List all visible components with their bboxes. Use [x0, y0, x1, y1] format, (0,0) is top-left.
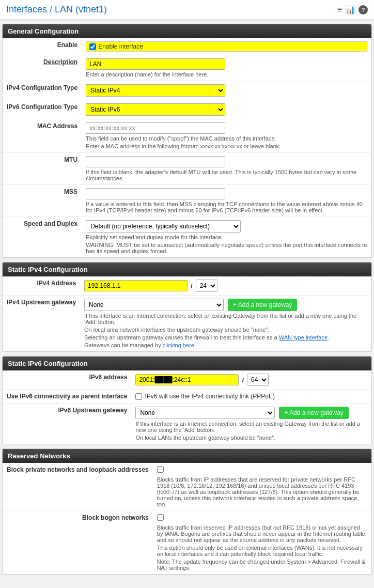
- use-ipv4-checkbox-label: IPv6 will use the IPv4 connectivity link…: [145, 393, 274, 400]
- ipv6-type-row: IPv6 Configuration Type Static IPv6: [3, 100, 371, 119]
- menu-icon[interactable]: ≡: [337, 5, 342, 14]
- block-bogon-cell: Blocks traffic from reserved IP addresse…: [153, 511, 371, 575]
- description-hint: Enter a description (name) for the inter…: [86, 71, 367, 78]
- mss-hint: If a value is entered in this field, the…: [86, 201, 367, 213]
- ipv4-addr-input-row: / 24: [84, 280, 367, 292]
- cidr-select[interactable]: 24: [196, 280, 217, 292]
- enable-row: Enable Enable interface: [3, 38, 371, 55]
- mac-row: MAC Address This field can be used to mo…: [3, 119, 371, 153]
- static-ipv4-header: Static IPv4 Configuration: [3, 262, 371, 276]
- ipv4-gateway-hint4: Gateways can be managed by clicking here…: [84, 342, 367, 348]
- ipv6-gateway-hint1: If this interface is an Internet connect…: [135, 421, 367, 433]
- static-ipv6-table: IPv6 address / 64 Use IPv6 connectivity …: [3, 370, 371, 444]
- enable-cell: Enable interface: [82, 38, 371, 55]
- speed-cell: Default (no preference, typically autose…: [82, 217, 371, 258]
- general-config-section: General Configuration Enable Enable inte…: [2, 24, 372, 258]
- reserved-networks-table: Block private networks and loopback addr…: [3, 463, 371, 574]
- use-ipv4-checkbox-row: IPv6 will use the IPv4 connectivity link…: [135, 393, 367, 400]
- ipv6-addr-cell: / 64: [131, 370, 371, 390]
- ipv4-gateway-cell: None + Add a new gateway If this interfa…: [80, 296, 371, 352]
- general-config-header: General Configuration: [3, 24, 371, 38]
- enable-checkbox[interactable]: [89, 43, 96, 50]
- mac-cell: This field can be used to modify ("spoof…: [82, 119, 371, 153]
- ipv6-gateway-hint2: On local LANs the upstream gateway shoul…: [135, 435, 367, 441]
- static-ipv6-header: Static IPv6 Configuration: [3, 357, 371, 370]
- gateways-link[interactable]: clicking here: [163, 342, 194, 348]
- ipv6-gateway-input-row: None + Add a new gateway: [135, 407, 367, 419]
- breadcrumb-current: LAN (vtnet1): [55, 4, 107, 14]
- mtu-row: MTU If this field is blank, the adapter'…: [3, 153, 371, 185]
- mac-label: MAC Address: [3, 119, 82, 153]
- page-header: Interfaces / LAN (vtnet1) ≡ 📊 ?: [0, 0, 374, 20]
- help-icon[interactable]: ?: [359, 5, 368, 14]
- ipv6-cidr-select[interactable]: 64: [247, 374, 269, 386]
- block-bogon-row: Block bogon networks Blocks traffic from…: [3, 511, 371, 575]
- ipv4-gateway-hint2: On local area network interfaces the ups…: [84, 327, 367, 333]
- ipv6-gateway-cell: None + Add a new gateway If this interfa…: [131, 404, 371, 444]
- mtu-label: MTU: [3, 153, 82, 185]
- ipv6-gateway-row: IPv6 Upstream gateway None + Add a new g…: [3, 404, 371, 444]
- block-bogon-label: Block bogon networks: [3, 511, 153, 575]
- ipv6-add-gateway-button[interactable]: + Add a new gateway: [279, 407, 348, 419]
- ipv6-type-select[interactable]: Static IPv6: [86, 103, 225, 116]
- block-bogon-hint1: Blocks traffic from reserved IP addresse…: [157, 524, 367, 543]
- block-private-hint: Blocks traffic from IP addresses that ar…: [157, 476, 367, 507]
- mac-hint2: Enter a MAC address in the following for…: [86, 143, 367, 149]
- wan-link[interactable]: WAN type interface: [279, 334, 328, 341]
- ipv4-type-row: IPv4 Configuration Type Static IPv4: [3, 81, 371, 100]
- chart-icon[interactable]: 📊: [345, 5, 355, 14]
- enable-checkbox-wrapper: Enable interface: [86, 41, 367, 52]
- speed-hint1: Explicitly set speed and duplex mode for…: [86, 234, 367, 240]
- use-ipv4-row: Use IPv6 connectivity as parent interfac…: [3, 390, 371, 404]
- ipv6-gateway-label: IPv6 Upstream gateway: [3, 404, 131, 444]
- static-ipv4-section: Static IPv4 Configuration IPv4 Address /…: [2, 262, 372, 352]
- use-ipv4-checkbox[interactable]: [135, 393, 142, 400]
- speed-select[interactable]: Default (no preference, typically autose…: [86, 220, 241, 233]
- enable-checkbox-label: Enable interface: [98, 43, 143, 50]
- ipv4-type-label: IPv4 Configuration Type: [3, 81, 82, 100]
- speed-row: Speed and Duplex Default (no preference,…: [3, 217, 371, 258]
- mss-row: MSS If a value is entered in this field,…: [3, 185, 371, 217]
- ipv4-gateway-row: IPv4 Upstream gateway None + Add a new g…: [3, 296, 371, 352]
- mtu-hint: If this field is blank, the adapter's de…: [86, 169, 367, 181]
- block-private-checkbox[interactable]: [157, 466, 164, 473]
- speed-hint2: WARNING: MUST be set to autoselect (auto…: [86, 242, 367, 254]
- ipv6-addr-input-row: / 64: [135, 374, 367, 386]
- description-row: Description Enter a description (name) f…: [3, 55, 371, 81]
- speed-label: Speed and Duplex: [3, 217, 82, 258]
- block-private-label: Block private networks and loopback addr…: [3, 463, 153, 511]
- ipv4-gateway-select[interactable]: None: [84, 299, 224, 311]
- block-private-cell: Blocks traffic from IP addresses that ar…: [153, 463, 371, 511]
- ipv4-addr-cell: / 24: [80, 276, 371, 296]
- ipv4-gateway-label: IPv4 Upstream gateway: [3, 296, 80, 352]
- ipv6-slash-divider: /: [242, 376, 244, 384]
- block-private-row: Block private networks and loopback addr…: [3, 463, 371, 511]
- ipv4-type-cell: Static IPv4: [82, 81, 371, 100]
- ipv6-gateway-select[interactable]: None: [135, 407, 275, 419]
- use-ipv4-cell: IPv6 will use the IPv4 connectivity link…: [131, 390, 371, 404]
- ipv6-addr-input[interactable]: [135, 374, 239, 385]
- description-input[interactable]: [86, 58, 225, 70]
- ipv4-addr-row: IPv4 Address / 24: [3, 276, 371, 296]
- ipv6-addr-row: IPv6 address / 64: [3, 370, 371, 390]
- ipv6-type-cell: Static IPv6: [82, 100, 371, 119]
- block-bogon-checkbox[interactable]: [157, 514, 164, 521]
- ipv4-addr-input[interactable]: [84, 280, 188, 291]
- mac-input[interactable]: [86, 122, 225, 134]
- reserved-networks-section: Reserved Networks Block private networks…: [2, 448, 372, 575]
- ipv4-gateway-input-row: None + Add a new gateway: [84, 299, 367, 311]
- mtu-input[interactable]: [86, 156, 225, 167]
- page-title: Interfaces / LAN (vtnet1): [6, 4, 107, 15]
- description-label: Description: [3, 55, 82, 81]
- block-bogon-hint2: This option should only be used on exter…: [157, 545, 367, 557]
- static-ipv6-section: Static IPv6 Configuration IPv6 address /…: [2, 356, 372, 444]
- block-bogon-hint3: Note: The update frequency can be change…: [157, 559, 367, 571]
- header-icons: ≡ 📊 ?: [337, 5, 368, 14]
- mss-input[interactable]: [86, 188, 225, 199]
- ipv4-addr-label: IPv4 Address: [3, 276, 80, 296]
- ipv4-gateway-hint1: If this interface is an Internet connect…: [84, 313, 367, 325]
- ipv4-type-select[interactable]: Static IPv4: [86, 84, 225, 97]
- breadcrumb-interfaces[interactable]: Interfaces /: [6, 4, 55, 14]
- mtu-cell: If this field is blank, the adapter's de…: [82, 153, 371, 185]
- ipv4-add-gateway-button[interactable]: + Add a new gateway: [228, 299, 297, 311]
